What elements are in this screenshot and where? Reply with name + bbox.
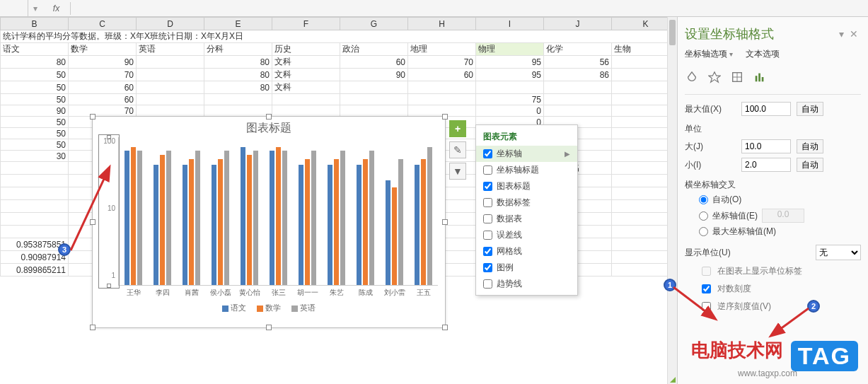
cell[interactable]	[137, 81, 204, 94]
bar[interactable]	[166, 151, 171, 285]
bar[interactable]	[195, 151, 200, 285]
chart-elements-button[interactable]: +	[449, 120, 466, 137]
bar[interactable]	[305, 159, 310, 285]
tab-text-options[interactable]: 文本选项	[746, 48, 780, 60]
chart-element-option[interactable]: 趋势线	[476, 276, 577, 292]
cell[interactable]	[408, 81, 476, 94]
resize-handle[interactable]	[266, 114, 272, 120]
resize-handle[interactable]	[442, 219, 448, 225]
vertical-scrollbar[interactable]	[667, 17, 677, 384]
bar-group[interactable]: 刘小雷	[385, 159, 405, 285]
column-header[interactable]: H	[408, 18, 476, 30]
element-checkbox[interactable]	[483, 198, 492, 207]
panel-dropdown-icon[interactable]: ▾	[836, 28, 847, 40]
bar-group[interactable]: 王五	[414, 147, 434, 285]
major-unit-input[interactable]	[741, 139, 791, 153]
resize-handle[interactable]	[90, 219, 96, 225]
column-header[interactable]: C	[69, 18, 137, 30]
bar-group[interactable]: 侯小磊	[211, 151, 231, 285]
bar[interactable]	[415, 165, 419, 285]
cell[interactable]: 50	[1, 81, 69, 94]
bar[interactable]	[160, 155, 165, 286]
panel-close-icon[interactable]: ✕	[847, 28, 861, 40]
cell[interactable]	[137, 105, 204, 117]
chart-plot-area[interactable]: 王华李四肖茜侯小磊黄心怡张三胡一一朱艺陈成刘小雷王五	[118, 137, 438, 286]
bar[interactable]	[154, 165, 158, 285]
bar[interactable]	[427, 147, 432, 285]
chart-element-option[interactable]: 坐标轴▶	[476, 146, 577, 162]
cross-value-radio[interactable]	[699, 211, 708, 221]
bar-group[interactable]: 黄心怡	[240, 147, 260, 285]
cell[interactable]	[544, 105, 612, 117]
cell[interactable]	[137, 69, 204, 81]
cell[interactable]: 95	[476, 69, 544, 81]
element-checkbox[interactable]	[483, 263, 492, 272]
cell[interactable]: 56	[544, 56, 612, 69]
cell[interactable]	[544, 94, 612, 105]
cell[interactable]	[272, 105, 340, 117]
bar-group[interactable]: 肖茜	[182, 151, 202, 285]
scrollbar-thumb[interactable]	[669, 20, 676, 45]
column-header[interactable]: F	[272, 18, 340, 30]
cell[interactable]: 文科	[272, 69, 340, 81]
bar[interactable]	[183, 165, 187, 285]
bar-group[interactable]: 张三	[269, 147, 289, 285]
element-checkbox[interactable]	[483, 149, 492, 158]
cell[interactable]	[340, 105, 408, 117]
bar[interactable]	[253, 151, 258, 285]
bar[interactable]	[137, 151, 142, 285]
bar[interactable]	[311, 151, 316, 285]
bar[interactable]	[398, 159, 403, 285]
axis-handle[interactable]	[107, 284, 111, 288]
minor-auto-button[interactable]: 自动	[797, 158, 823, 172]
bar[interactable]	[334, 159, 339, 285]
element-checkbox[interactable]	[483, 165, 492, 175]
bar[interactable]	[363, 159, 368, 285]
cell[interactable]: 0	[476, 105, 544, 117]
cross-auto-radio[interactable]	[699, 195, 708, 204]
cell[interactable]: 90	[1, 105, 69, 117]
name-box[interactable]	[0, 0, 28, 16]
bar[interactable]	[125, 151, 129, 285]
chart-element-option[interactable]: 图表标题	[476, 178, 577, 194]
chart-styles-button[interactable]: ✎	[449, 141, 466, 158]
column-header[interactable]: B	[1, 18, 69, 30]
tab-axis-options[interactable]: 坐标轴选项	[685, 48, 733, 60]
cell[interactable]: 70	[69, 69, 137, 81]
bar[interactable]	[357, 165, 361, 285]
chart-element-option[interactable]: 网格线	[476, 243, 577, 260]
chart-element-option[interactable]: 坐标轴标题	[476, 162, 577, 178]
bar-group[interactable]: 王华	[124, 147, 144, 285]
cell[interactable]: 70	[408, 56, 476, 69]
column-header[interactable]: E	[204, 18, 272, 30]
bar[interactable]	[299, 165, 303, 285]
column-header[interactable]: G	[340, 18, 408, 30]
bar-group[interactable]: 陈成	[356, 151, 376, 285]
spreadsheet-area[interactable]: BCDEFGHIJK 统计学科的平均分等数据。班级：X年X班统计日期：X年X月X…	[0, 17, 677, 384]
cell[interactable]	[272, 94, 340, 105]
cell[interactable]: 50	[1, 139, 69, 151]
display-unit-select[interactable]: 无	[816, 245, 861, 260]
name-box-dropdown[interactable]: ▾	[28, 4, 42, 13]
cell[interactable]: 80	[204, 81, 272, 94]
max-auto-button[interactable]: 自动	[797, 102, 823, 116]
column-header[interactable]: J	[544, 18, 612, 30]
chart-element-option[interactable]: 数据表	[476, 211, 577, 227]
cell[interactable]: 80	[204, 56, 272, 69]
cell[interactable]: 60	[69, 94, 137, 105]
chart-element-option[interactable]: 图例	[476, 260, 577, 276]
size-icon[interactable]	[730, 70, 744, 84]
bar-group[interactable]: 朱艺	[327, 151, 347, 285]
effects-icon[interactable]	[707, 70, 722, 84]
cell[interactable]: 80	[204, 69, 272, 81]
bar[interactable]	[189, 159, 194, 285]
bar-group[interactable]: 李四	[153, 151, 173, 285]
cell[interactable]	[204, 105, 272, 117]
minor-unit-input[interactable]	[741, 158, 791, 172]
cell[interactable]: 60	[69, 81, 137, 94]
element-checkbox[interactable]	[483, 279, 492, 289]
bar[interactable]	[247, 155, 252, 286]
cell[interactable]: 80	[1, 56, 69, 69]
bar[interactable]	[340, 151, 345, 285]
bar[interactable]	[276, 147, 281, 285]
